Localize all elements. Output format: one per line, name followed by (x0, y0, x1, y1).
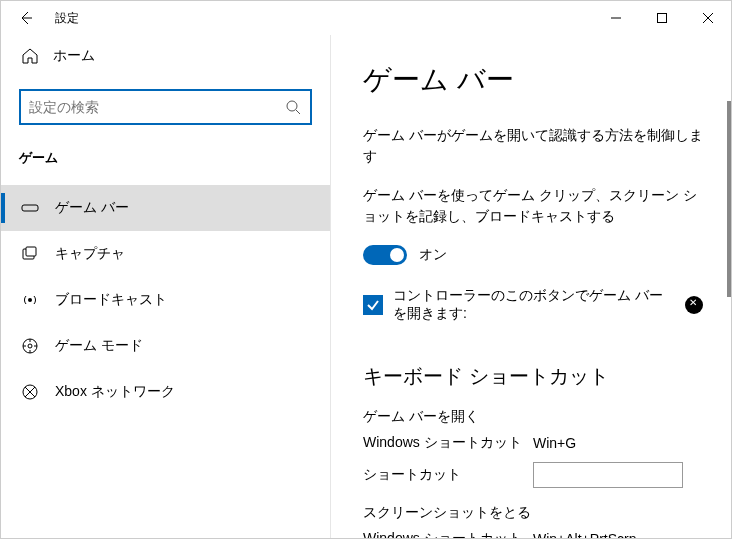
shortcut-custom-label: ショートカット (363, 466, 533, 484)
shortcut-group-title: スクリーンショットをとる (363, 504, 703, 522)
shortcut-group-open-gamebar: ゲーム バーを開く Windows ショートカット Win+G ショートカット (363, 408, 703, 488)
svg-rect-2 (22, 205, 38, 211)
game-bar-icon (21, 199, 39, 217)
checkbox-label: コントローラーのこのボタンでゲーム バーを開きます: (393, 287, 675, 323)
sidebar-item-label: キャプチャ (55, 245, 125, 263)
shortcut-group-screenshot: スクリーンショットをとる Windows ショートカット Win+Alt+Prt… (363, 504, 703, 538)
toggle-description: ゲーム バーを使ってゲーム クリップ、スクリーン ショットを記録し、ブロードキャ… (363, 185, 703, 227)
minimize-icon (607, 9, 625, 27)
broadcast-icon (21, 291, 39, 309)
back-button[interactable] (1, 1, 51, 35)
sidebar-item-game-bar[interactable]: ゲーム バー (1, 185, 330, 231)
shortcut-row: Windows ショートカット Win+Alt+PrtScrn (363, 530, 703, 538)
xbox-network-icon (21, 383, 39, 401)
sidebar-item-label: ブロードキャスト (55, 291, 167, 309)
svg-rect-4 (26, 247, 36, 256)
shortcut-windows-label: Windows ショートカット (363, 530, 533, 538)
main-panel: ゲーム バー ゲーム バーがゲームを開いて認識する方法を制御します ゲーム バー… (331, 35, 731, 538)
capture-icon (21, 245, 39, 263)
arrow-left-icon (17, 9, 35, 27)
shortcut-custom-input[interactable] (533, 462, 683, 488)
search-box[interactable] (19, 89, 312, 125)
checkbox-row: コントローラーのこのボタンでゲーム バーを開きます: (363, 287, 703, 323)
shortcut-windows-value: Win+Alt+PrtScrn (533, 531, 636, 538)
sidebar-item-broadcast[interactable]: ブロードキャスト (1, 277, 330, 323)
scrollbar[interactable] (727, 101, 731, 297)
controller-checkbox[interactable] (363, 295, 383, 315)
sidebar-item-label: ゲーム モード (55, 337, 143, 355)
shortcut-row: Windows ショートカット Win+G (363, 434, 703, 452)
close-button[interactable] (685, 1, 731, 35)
sidebar-section-label: ゲーム (1, 143, 330, 185)
titlebar: 設定 (1, 1, 731, 35)
sidebar-item-game-mode[interactable]: ゲーム モード (1, 323, 330, 369)
page-heading: ゲーム バー (363, 61, 703, 99)
xbox-icon (685, 296, 703, 314)
shortcut-windows-label: Windows ショートカット (363, 434, 533, 452)
shortcut-group-title: ゲーム バーを開く (363, 408, 703, 426)
sidebar-home[interactable]: ホーム (1, 35, 330, 75)
search-icon (284, 98, 302, 116)
window-title: 設定 (55, 10, 79, 27)
sidebar: ホーム ゲーム ゲーム バー キャプチャ ブロードキャスト (1, 35, 331, 538)
sidebar-home-label: ホーム (53, 47, 95, 65)
svg-point-7 (28, 344, 32, 348)
sidebar-item-label: Xbox ネットワーク (55, 383, 175, 401)
sidebar-item-xbox-network[interactable]: Xbox ネットワーク (1, 369, 330, 415)
home-icon (21, 47, 39, 65)
shortcut-row: ショートカット (363, 462, 703, 488)
close-icon (699, 9, 717, 27)
game-mode-icon (21, 337, 39, 355)
sidebar-item-capture[interactable]: キャプチャ (1, 231, 330, 277)
sidebar-item-label: ゲーム バー (55, 199, 129, 217)
svg-rect-0 (658, 14, 667, 23)
shortcut-windows-value: Win+G (533, 435, 576, 451)
game-bar-toggle[interactable] (363, 245, 407, 265)
shortcuts-heading: キーボード ショートカット (363, 363, 703, 390)
maximize-icon (653, 9, 671, 27)
maximize-button[interactable] (639, 1, 685, 35)
toggle-row: オン (363, 245, 703, 265)
intro-text: ゲーム バーがゲームを開いて認識する方法を制御します (363, 125, 703, 167)
content: ホーム ゲーム ゲーム バー キャプチャ ブロードキャスト (1, 35, 731, 538)
svg-point-5 (28, 298, 32, 302)
minimize-button[interactable] (593, 1, 639, 35)
window-controls (593, 1, 731, 35)
toggle-label: オン (419, 246, 447, 264)
svg-point-1 (287, 101, 297, 111)
search-input[interactable] (29, 99, 284, 115)
